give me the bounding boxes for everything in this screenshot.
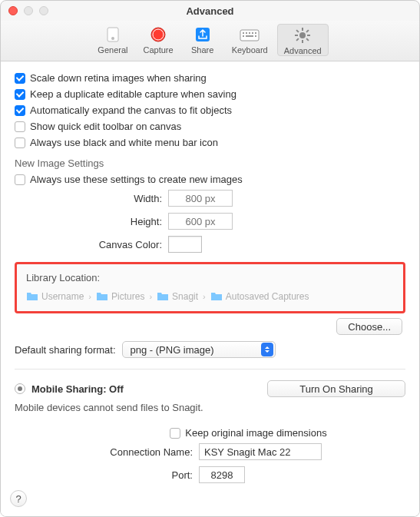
crumb-autosaved[interactable]: Autosaved Captures [210, 291, 309, 302]
crumb-label: Username [41, 291, 84, 302]
crumb-label: Snagit [172, 291, 198, 302]
check-keep-dimensions[interactable]: Keep original image dimensions [91, 427, 405, 439]
svg-rect-12 [246, 35, 253, 37]
check-scale[interactable]: Scale down retina images when sharing [15, 72, 405, 84]
svg-rect-8 [249, 32, 250, 34]
help-button[interactable]: ? [10, 490, 27, 507]
checkbox-icon[interactable] [15, 174, 25, 185]
toolbar: General Capture Share Keyboard [1, 21, 419, 61]
svg-rect-7 [246, 32, 247, 34]
svg-point-2 [151, 28, 165, 41]
gear-icon [292, 26, 313, 45]
height-label: Height: [15, 216, 168, 227]
check-always-new[interactable]: Always use these settings to create new … [15, 174, 405, 185]
tab-label: Capture [143, 45, 173, 55]
checkbox-icon[interactable] [15, 89, 25, 100]
folder-icon [157, 292, 169, 301]
svg-point-1 [111, 37, 114, 40]
svg-rect-17 [295, 35, 298, 36]
svg-rect-18 [307, 35, 310, 36]
preferences-window: Advanced General Capture Share [0, 0, 420, 517]
svg-rect-16 [302, 40, 303, 43]
mobile-sharing-radio[interactable] [15, 383, 25, 394]
svg-rect-15 [302, 28, 303, 31]
svg-rect-13 [255, 35, 256, 37]
svg-rect-21 [306, 29, 309, 32]
checkbox-icon[interactable] [15, 138, 25, 148]
library-header: Library Location: [26, 272, 394, 283]
check-duplicate[interactable]: Keep a duplicate editable capture when s… [15, 88, 405, 100]
checkbox-icon[interactable] [15, 73, 25, 84]
check-quickedit[interactable]: Show quick edit toolbar on canvas [15, 121, 405, 132]
share-icon [192, 25, 213, 44]
width-input[interactable] [168, 190, 233, 207]
checkbox-icon[interactable] [15, 105, 25, 116]
crumb-label: Pictures [111, 291, 144, 302]
folder-icon [96, 292, 108, 301]
check-label: Keep original image dimensions [185, 427, 326, 439]
svg-rect-19 [296, 29, 299, 32]
svg-rect-9 [252, 32, 253, 34]
tab-label: General [98, 45, 127, 55]
svg-rect-22 [296, 38, 299, 41]
svg-rect-6 [243, 32, 244, 34]
chevron-updown-icon [261, 343, 273, 356]
port-label: Port: [15, 469, 199, 481]
library-location-box: Library Location: Username › Pictures › … [15, 262, 405, 313]
chevron-right-icon: › [88, 292, 91, 301]
divider [15, 369, 405, 370]
chevron-right-icon: › [149, 292, 152, 301]
check-label: Scale down retina images when sharing [30, 72, 207, 84]
connection-name-label: Connection Name: [15, 446, 199, 458]
checkbox-icon[interactable] [170, 428, 180, 439]
tab-general[interactable]: General [91, 24, 134, 56]
tab-label: Keyboard [232, 45, 268, 55]
check-label: Always use these settings to create new … [30, 174, 243, 185]
zoom-icon[interactable] [39, 6, 48, 15]
breadcrumb: Username › Pictures › Snagit › Autosaved… [26, 291, 394, 302]
mobile-sharing-title: Mobile Sharing: Off [31, 383, 124, 395]
port-input[interactable] [199, 466, 245, 483]
tab-label: Share [191, 45, 213, 55]
crumb-username[interactable]: Username [26, 291, 84, 302]
check-label: Always use black and white menu bar icon [30, 137, 218, 148]
checkbox-icon[interactable] [15, 121, 25, 132]
turn-on-sharing-button[interactable]: Turn On Sharing [267, 380, 405, 397]
close-icon[interactable] [8, 6, 18, 15]
content-area: Scale down retina images when sharing Ke… [1, 61, 419, 517]
svg-rect-20 [306, 38, 309, 41]
svg-point-14 [299, 32, 306, 38]
folder-icon [210, 292, 223, 301]
tab-advanced[interactable]: Advanced [277, 24, 329, 56]
default-format-select[interactable]: png - (PNG image) [122, 341, 276, 358]
folder-icon [26, 292, 38, 301]
check-label: Show quick edit toolbar on canvas [30, 121, 181, 132]
canvas-color-swatch[interactable] [168, 236, 202, 253]
new-image-header: New Image Settings [15, 157, 405, 169]
crumb-label: Autosaved Captures [226, 291, 309, 302]
keyboard-icon [239, 25, 260, 44]
canvas-color-label: Canvas Color: [15, 239, 168, 250]
titlebar: Advanced [1, 1, 419, 21]
crumb-snagit[interactable]: Snagit [157, 291, 198, 302]
default-format-label: Default sharing format: [15, 344, 122, 356]
choose-button[interactable]: Choose... [336, 318, 402, 335]
svg-rect-11 [243, 35, 244, 37]
tab-share[interactable]: Share [183, 24, 223, 56]
svg-rect-10 [255, 32, 256, 34]
connection-name-input[interactable] [199, 443, 322, 460]
minimize-icon[interactable] [24, 6, 33, 15]
window-title: Advanced [1, 5, 419, 17]
check-label: Automatically expand the canvas to fit o… [30, 104, 232, 116]
tab-capture[interactable]: Capture [137, 24, 179, 56]
width-label: Width: [15, 193, 168, 204]
traffic-lights [8, 6, 48, 15]
check-expand[interactable]: Automatically expand the canvas to fit o… [15, 104, 405, 116]
check-bwmenubar[interactable]: Always use black and white menu bar icon [15, 137, 405, 148]
tab-keyboard[interactable]: Keyboard [226, 24, 274, 56]
crumb-pictures[interactable]: Pictures [96, 291, 144, 302]
height-input[interactable] [168, 213, 233, 230]
general-icon [102, 25, 124, 44]
select-value: png - (PNG image) [131, 344, 214, 356]
capture-icon [147, 25, 169, 44]
